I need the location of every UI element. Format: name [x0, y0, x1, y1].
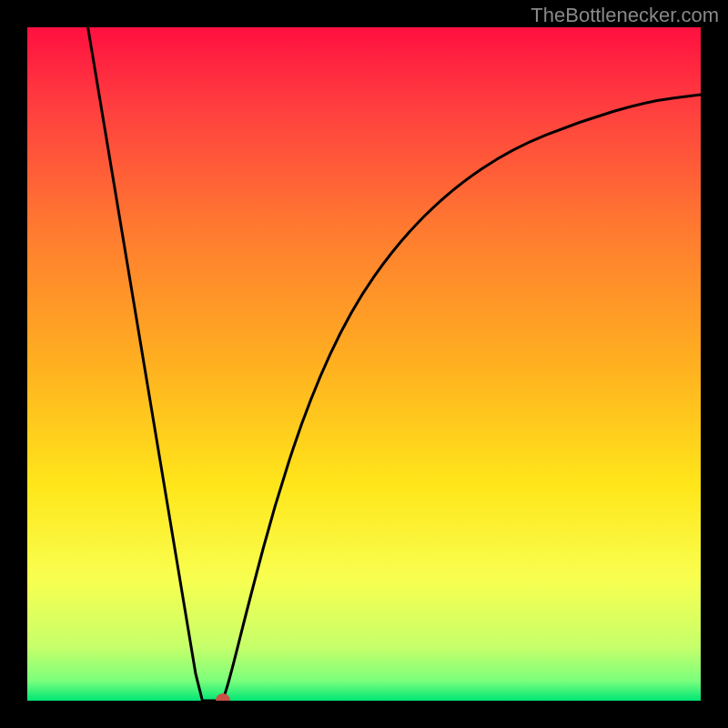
- bottleneck-curve: [27, 27, 701, 701]
- chart-container: TheBottlenecker.com: [0, 0, 728, 728]
- watermark-text: TheBottlenecker.com: [531, 4, 719, 27]
- plot-area: [27, 27, 701, 701]
